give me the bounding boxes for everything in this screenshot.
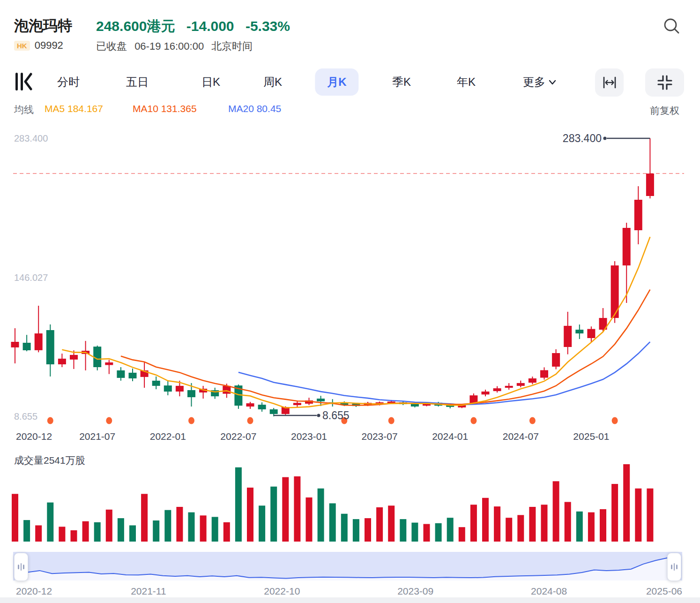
more-label: 更多 bbox=[523, 75, 545, 90]
svg-text:8.655: 8.655 bbox=[14, 411, 37, 422]
svg-text:2021-07: 2021-07 bbox=[79, 431, 115, 442]
svg-text:2024-08: 2024-08 bbox=[531, 586, 567, 596]
stock-app: 283.400146.0278.6552020-122021-072022-01… bbox=[0, 0, 700, 603]
market-status: 已收盘 bbox=[96, 40, 127, 52]
ma-legend-ma20: MA20 80.45 bbox=[228, 103, 281, 114]
minimap-x-labels: 2020-122021-112022-102023-092024-082025-… bbox=[16, 586, 682, 596]
svg-text:2023-07: 2023-07 bbox=[362, 431, 398, 442]
svg-text:2020-12: 2020-12 bbox=[16, 586, 52, 596]
zoom-range-button[interactable] bbox=[595, 68, 624, 97]
horizontal-resize-icon bbox=[602, 75, 618, 90]
svg-text:146.027: 146.027 bbox=[14, 272, 48, 283]
ma20-line bbox=[238, 342, 650, 405]
tab-月K[interactable]: 月K bbox=[315, 68, 358, 96]
tab-分时[interactable]: 分时 bbox=[45, 68, 92, 96]
tab-more[interactable]: 更多 bbox=[523, 75, 558, 90]
minimap[interactable] bbox=[13, 552, 682, 580]
adjust-mode-label[interactable]: 前复权 bbox=[650, 104, 679, 117]
svg-text:2023-01: 2023-01 bbox=[291, 431, 327, 442]
svg-text:283.400: 283.400 bbox=[14, 133, 48, 143]
svg-text:2022-07: 2022-07 bbox=[220, 431, 256, 442]
stock-code: 09992 bbox=[35, 39, 63, 52]
volume-bars bbox=[12, 464, 653, 542]
stock-name: 泡泡玛特 bbox=[14, 16, 72, 36]
tab-季K[interactable]: 季K bbox=[380, 68, 423, 96]
bottom-strip bbox=[0, 597, 700, 603]
tab-周K[interactable]: 周K bbox=[251, 68, 294, 96]
ma-legend-ma5: MA5 184.167 bbox=[45, 103, 103, 114]
ma-title: 均线 bbox=[14, 103, 34, 116]
currency-label: 港元 bbox=[147, 18, 175, 34]
minimap-left-handle[interactable] bbox=[14, 553, 28, 581]
candlestick-series bbox=[11, 138, 654, 416]
last-price: 248.600 bbox=[96, 18, 147, 34]
chevron-down-icon bbox=[547, 77, 558, 87]
collapse-corners-icon bbox=[656, 74, 673, 91]
svg-text:283.400: 283.400 bbox=[563, 132, 602, 144]
market-status-row: 已收盘 06-19 16:00:00 北京时间 bbox=[96, 39, 257, 53]
svg-text:2025-01: 2025-01 bbox=[573, 431, 609, 442]
ma-legend-ma10: MA10 131.365 bbox=[133, 103, 197, 114]
exit-fullscreen-button[interactable] bbox=[645, 68, 684, 97]
x-axis-labels: 2020-122021-072022-012022-072023-012023-… bbox=[16, 431, 609, 442]
search-icon bbox=[662, 16, 682, 37]
tab-日K[interactable]: 日K bbox=[189, 68, 232, 96]
svg-text:2022-01: 2022-01 bbox=[150, 431, 186, 442]
y-axis-labels: 283.400146.0278.655 bbox=[14, 133, 48, 422]
stock-code-row: HK 09992 bbox=[14, 39, 63, 52]
quote-time: 06-19 16:00:00 bbox=[134, 40, 204, 52]
ma10-line bbox=[121, 290, 650, 406]
high-annotation: 283.400 bbox=[563, 132, 650, 144]
timezone-label: 北京时间 bbox=[211, 40, 253, 52]
svg-text:2023-09: 2023-09 bbox=[397, 586, 433, 596]
search-button[interactable] bbox=[662, 16, 682, 37]
price-change-pct: -5.33% bbox=[246, 18, 290, 34]
kline-collapse-icon bbox=[14, 70, 35, 93]
market-badge: HK bbox=[14, 41, 30, 51]
volume-label: 成交量2541万股 bbox=[14, 454, 85, 467]
ma-legend-bar: 均线 MA5 184.167MA10 131.365MA20 80.45 bbox=[0, 103, 700, 117]
tab-五日[interactable]: 五日 bbox=[114, 68, 161, 96]
svg-text:2024-07: 2024-07 bbox=[503, 431, 539, 442]
tab-年K[interactable]: 年K bbox=[445, 68, 488, 96]
price-change: -14.000 bbox=[186, 18, 234, 34]
svg-text:2024-01: 2024-01 bbox=[432, 431, 468, 442]
period-tabbar: 分时五日日K周K月K季K年K 更多 bbox=[0, 68, 700, 96]
svg-text:2022-10: 2022-10 bbox=[264, 586, 300, 596]
collapse-chart-button[interactable] bbox=[14, 70, 35, 93]
minimap-right-handle[interactable] bbox=[667, 553, 681, 581]
quote-row: 248.600港元 -14.000 -5.33% bbox=[96, 17, 298, 36]
svg-text:2021-11: 2021-11 bbox=[131, 586, 166, 596]
svg-text:8.655: 8.655 bbox=[322, 409, 350, 422]
svg-text:2025-06: 2025-06 bbox=[646, 586, 682, 596]
svg-text:2020-12: 2020-12 bbox=[16, 431, 52, 442]
